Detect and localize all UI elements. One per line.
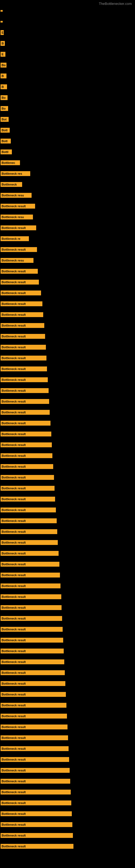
bar-label: Bottleneck result [1,844,74,849]
bar-row: Bottleneck result [0,776,135,786]
bar-row: Bottleneck result [0,396,135,407]
bar-row: Bottleneck res [0,168,135,179]
bar-row: Bottleneck result [0,569,135,581]
bar-label: B [1,73,6,79]
bar-row: Bottleneck result [0,733,135,743]
bar-label: Bottleneck result [1,779,70,784]
bars-container: EBEBoBBBoBoBotBottBottBottlBottlenecBott… [0,0,135,852]
bar-row: Bottleneck result [0,743,135,754]
bar-row: Bottleneck result [0,483,135,494]
bar-label: Bottleneck result [1,323,44,328]
bar-label: Bottleneck result [1,724,68,730]
bar-row: Bottleneck result [0,418,135,429]
bar-row: Bottleneck result [0,287,135,299]
bar-label: Bottleneck result [1,464,53,469]
bar-row: Bottleneck result [0,504,135,516]
bar-label: Bottleneck result [1,442,52,447]
bar-row: Bo [0,103,135,114]
bar-row: Bottleneck result [0,559,135,569]
bar-label: Bottleneck result [1,692,66,697]
bar-label: Bottleneck result [1,453,52,458]
bar-label: Bottleneck result [1,410,50,415]
bar-label: Bottleneck result [1,529,57,534]
bar-row: Bottleneck result [0,526,135,537]
bar-label: Bottleneck result [1,518,57,523]
bar-label: Bottleneck result [1,475,54,480]
bar-row: Bottleneck result [0,537,135,548]
bar-label: Bottleneck result [1,551,58,556]
bar-row: Bottleneck result [0,222,135,233]
bar-label: Bottleneck result [1,247,37,252]
bar-row: Bottleneck result [0,613,135,624]
bar-row: Bott [0,135,135,147]
bar-label: Bottleneck result [1,670,65,675]
bar-label: Bottleneck result [1,572,60,578]
bar-row: Bottleneck resu [0,190,135,201]
bar-label: Bottleneck result [1,822,72,827]
bar-label: Bottleneck result [1,540,58,545]
bar-label: Bottleneck result [1,714,67,718]
bar-row: Bottleneck result [0,602,135,613]
bar-label: Bott [1,128,10,133]
bar-row [0,16,135,27]
bar-label: Bottleneck result [1,432,51,436]
bar-label: Bottleneck result [1,659,64,664]
bar-row: Bottleneck result [0,624,135,635]
bar-row: Bottleneck result [0,798,135,808]
bar-label: Bottleneck re [1,236,29,241]
bar-label: Bottleneck result [1,638,63,643]
bar-row: Bottleneck result [0,461,135,472]
bar-row: E [0,49,135,60]
bar-label: Bottleneck [1,182,22,187]
bar-row: Bottleneck result [0,352,135,364]
bar-label: Bottleneck result [1,399,49,404]
bar-label: Bottleneck result [1,594,61,599]
bar-label: E [1,52,5,57]
bar-row: Bo [0,60,135,70]
bar-label: B [1,84,7,89]
bar-row: B [0,38,135,49]
bar-row: Bottleneck result [0,277,135,287]
bar-row: Bottleneck result [0,331,135,342]
bar-label: Bottleneck res [1,171,30,176]
bar-row: Bo [0,92,135,103]
bar-row: Bot [0,114,135,125]
bar-row: Bottleneck result [0,516,135,526]
bar-label: Bottleneck result [1,312,43,317]
bar-label: Bottleneck result [1,616,62,621]
bar-row: E [0,27,135,38]
bar-row: Bottleneck result [0,309,135,320]
bar-row: Bottleneck result [0,201,135,212]
bar-row: Bottleneck result [0,374,135,385]
bar-label: Bottleneck result [1,367,47,371]
bar-label: E [1,30,4,35]
bar-label: Bottleneck result [1,649,64,653]
bar-label: Bottleneck resu [1,193,32,198]
bar-row: Bottleneck resu [0,212,135,222]
bar-row: Bottleneck result [0,429,135,439]
bar-label: Bott [1,138,11,144]
bar-label: Bottleneck resu [1,215,33,219]
bar-label: Bo [1,95,8,100]
bar-row: Bottleneck result [0,754,135,765]
bar-label: Bottleneck result [1,269,38,274]
bar-row: Bottleneck result [0,407,135,418]
bar-row: Bottleneck result [0,786,135,798]
bar-row: Bottleneck result [0,439,135,450]
bar-row: B [0,70,135,82]
bar-row: Bottleneck result [0,841,135,852]
bar-row: Bottleneck result [0,830,135,841]
bar-row: Bottleneck result [0,450,135,461]
bar-row: Bottleneck result [0,689,135,700]
bar-label: Bottleneck result [1,421,50,426]
bar-row: Bottleneck result [0,819,135,830]
bar-row: Bottleneck re [0,233,135,244]
bar-row: Bottlenec [0,157,135,168]
bar-label: Bottleneck result [1,605,61,610]
bar-row: Bottleneck resu [0,255,135,266]
bar-label: Bottleneck result [1,355,46,361]
bar-label: Bottleneck result [1,789,71,795]
bar-row: Bottleneck result [0,591,135,602]
bar-label: Bottleneck result [1,507,56,513]
site-title: TheBottlenecker.com [97,1,134,7]
